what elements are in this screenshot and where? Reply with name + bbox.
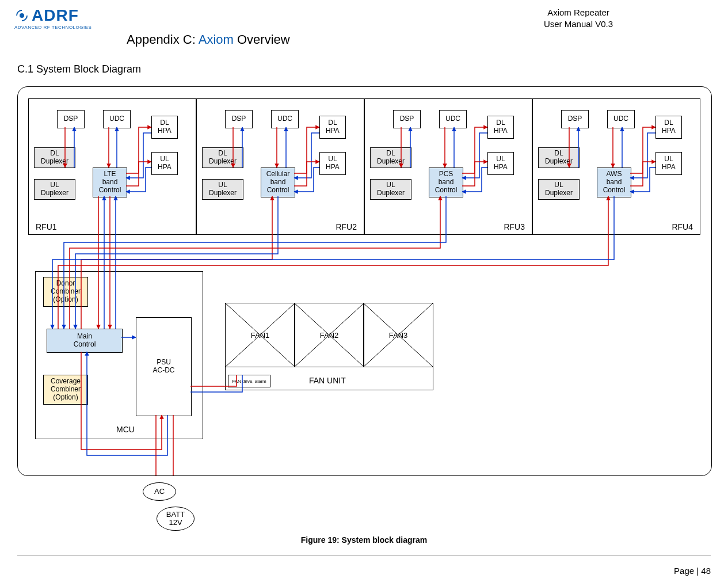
fan1-cell: FAN1 — [225, 303, 295, 367]
rfu4-ul-duplexer: UL Duplexer — [538, 179, 580, 200]
rfu1-udc: UDC — [103, 110, 131, 128]
mcu-label: MCU — [116, 425, 135, 434]
rfu2-band-control: Cellular band Control — [261, 168, 295, 197]
doc-subtitle: User Manual V0.3 — [544, 18, 613, 30]
rfu1-label: RFU1 — [36, 222, 57, 231]
brand-text: ADRF — [32, 7, 79, 24]
rfu2-dl-hpa: DL HPA — [319, 116, 346, 139]
rfu3-dsp: DSP — [393, 110, 421, 128]
brand-tagline: ADVANCED RF TECHNOLOGIES — [14, 25, 92, 30]
rfu3-label: RFU3 — [504, 222, 525, 231]
appendix-title: Appendix C: Axiom Overview — [127, 32, 290, 47]
battery-source: BATT 12V — [157, 507, 195, 531]
rfu1-ul-duplexer: UL Duplexer — [34, 179, 75, 200]
rfu4-dsp: DSP — [561, 110, 589, 128]
rfu4-band-control: AWS band Control — [597, 168, 631, 197]
fan3-label: FAN3 — [364, 331, 433, 340]
rfu3-dl-hpa: DL HPA — [487, 116, 514, 139]
brand-icon — [14, 8, 29, 23]
brand-logo: ADRF ADVANCED RF TECHNOLOGIES — [14, 6, 112, 32]
system-block-diagram: RFU1 RFU2 RFU3 RFU4 DSP UDC DL HPA UL HP… — [17, 86, 712, 476]
rfu4-label: RFU4 — [672, 222, 693, 231]
fan3-cell: FAN3 — [363, 303, 433, 367]
rfu1-dl-hpa: DL HPA — [151, 116, 178, 139]
rfu3-band-control: PCS band Control — [429, 168, 463, 197]
rfu4-dl-hpa: DL HPA — [655, 116, 682, 139]
fan2-cell: FAN2 — [294, 303, 364, 367]
rfu1-band-control: LTE band Control — [93, 168, 127, 197]
rfu3-ul-duplexer: UL Duplexer — [370, 179, 411, 200]
figure-caption: Figure 19: System block diagram — [301, 535, 427, 545]
rfu2-dl-duplexer: DL Duplexer — [202, 147, 243, 168]
ac-source: AC — [143, 482, 176, 501]
rfu2-label: RFU2 — [336, 222, 357, 231]
fan-drive-alarm: FAN drive, alarm — [228, 375, 270, 387]
doc-header: Axiom Repeater User Manual V0.3 — [544, 7, 613, 29]
fan1-label: FAN1 — [226, 331, 295, 340]
rfu2-ul-hpa: UL HPA — [319, 152, 346, 175]
rfu2-dsp: DSP — [225, 110, 253, 128]
rfu4-udc: UDC — [607, 110, 635, 128]
section-title: C.1 System Block Diagram — [17, 63, 141, 75]
rfu2-ul-duplexer: UL Duplexer — [202, 179, 243, 200]
footer-separator — [17, 555, 711, 555]
rfu3-dl-duplexer: DL Duplexer — [370, 147, 411, 168]
rfu3-udc: UDC — [439, 110, 467, 128]
main-control: Main Control — [47, 329, 123, 353]
psu: PSU AC-DC — [136, 317, 192, 416]
fan2-label: FAN2 — [295, 331, 364, 340]
doc-title: Axiom Repeater — [544, 7, 613, 18]
rfu4-ul-hpa: UL HPA — [655, 152, 682, 175]
fan-unit-label: FAN UNIT — [309, 376, 346, 385]
rfu1-dsp: DSP — [57, 110, 85, 128]
rfu1-ul-hpa: UL HPA — [151, 152, 178, 175]
rfu4-dl-duplexer: DL Duplexer — [538, 147, 580, 168]
rfu1-dl-duplexer: DL Duplexer — [34, 147, 75, 168]
coverage-combiner: Coverage Combiner (Option) — [43, 375, 88, 405]
donor-combiner: Donor Combiner (Option) — [43, 277, 88, 307]
svg-point-0 — [20, 13, 24, 18]
page-number: Page | 48 — [674, 566, 711, 576]
rfu2-udc: UDC — [271, 110, 299, 128]
rfu3-ul-hpa: UL HPA — [487, 152, 514, 175]
